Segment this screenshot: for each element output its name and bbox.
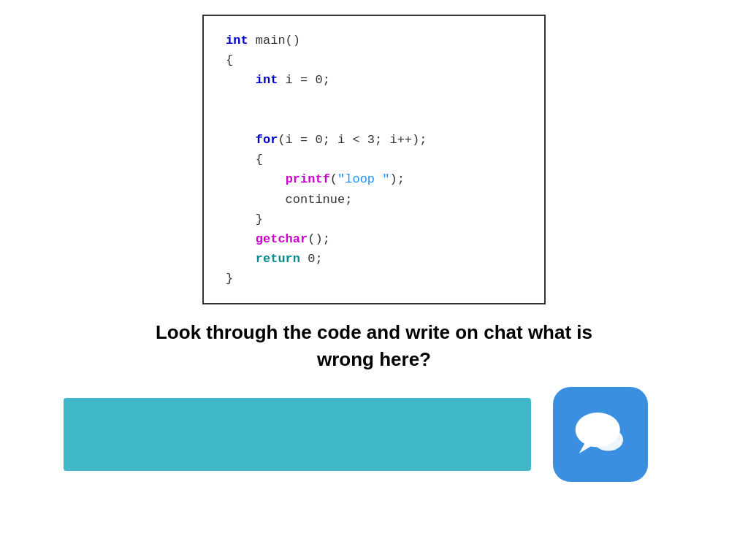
code-line-3: int i = 0;	[226, 70, 522, 90]
code-line-5	[226, 110, 522, 130]
keyword-int: int	[226, 34, 248, 47]
svg-marker-1	[579, 442, 594, 453]
code-block: int main() { int i = 0; for(i = 0; i < 3…	[202, 15, 546, 304]
chat-icon-button[interactable]	[553, 387, 648, 482]
code-line-9: continue;	[226, 190, 522, 210]
svg-point-2	[593, 429, 623, 451]
code-line-13: }	[226, 269, 522, 288]
code-line-1: int main()	[226, 31, 522, 50]
chat-input-area[interactable]	[64, 398, 531, 471]
code-line-6: for(i = 0; i < 3; i++);	[226, 130, 522, 150]
code-line-12: return 0;	[226, 249, 522, 269]
chat-bubble-icon	[570, 404, 632, 466]
code-line-4	[226, 91, 522, 110]
code-line-8: printf("loop ");	[226, 169, 522, 189]
bottom-row	[64, 387, 684, 482]
code-line-2: {	[226, 50, 522, 70]
code-line-11: getchar();	[226, 229, 522, 249]
question-text: Look through the code and write on chat …	[137, 319, 611, 372]
code-line-10: }	[226, 210, 522, 229]
code-line-7: {	[226, 150, 522, 169]
